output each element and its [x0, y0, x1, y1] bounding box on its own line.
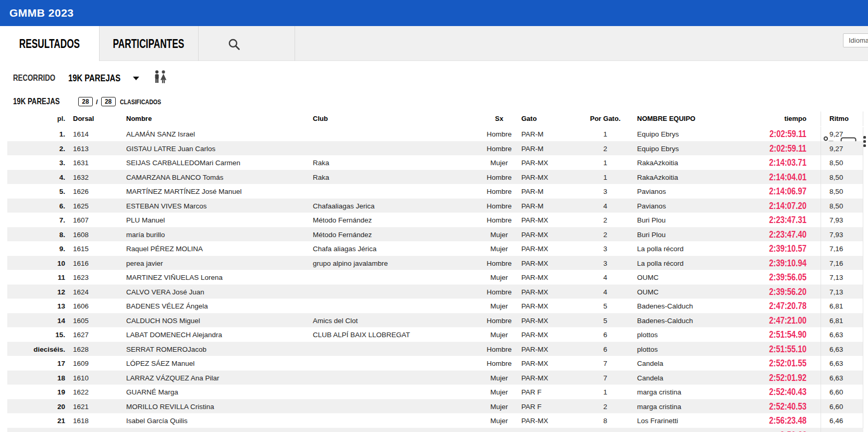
- cell-gato: PAR-MX: [521, 170, 573, 185]
- cell-sx: Mujer: [477, 414, 521, 428]
- tab-resultados[interactable]: RESULTADOS: [0, 26, 99, 61]
- cell-pl: 15.: [7, 328, 69, 342]
- caret-down-icon[interactable]: [133, 77, 139, 80]
- time-value: 2:52:01.55: [769, 356, 806, 371]
- app-title: GMMB 2023: [9, 7, 74, 19]
- cell-equipo: RakaAzkoitia: [637, 156, 725, 170]
- cell-club: CLUB ALPÍ BAIX LLOBREGAT: [313, 328, 477, 342]
- table-row[interactable]: 111623MARTINEZ VIÑUELAS LorenaMujerPAR-M…: [7, 270, 863, 285]
- table-row[interactable]: 9.1615Raquel PÉREZ MOLINAChafa aliagas J…: [7, 241, 863, 256]
- time-value: 2:02:59.11: [769, 141, 806, 156]
- cell-por_gato: 5: [573, 314, 637, 328]
- search-button[interactable]: [226, 36, 242, 52]
- table-row[interactable]: 181610LARRAZ VÁZQUEZ Ana PilarMujerPAR-M…: [7, 371, 863, 385]
- app-header: GMMB 2023: [0, 0, 868, 26]
- table-row[interactable]: 2.1613GISTAU LATRE Juan CarlosHombrePAR-…: [7, 141, 863, 156]
- cell-tiempo: 2:52:01.55: [725, 356, 821, 372]
- table-row[interactable]: 121624CALVO VERA José JuanHombrePAR-MX4O…: [7, 285, 863, 299]
- cell-por_gato: 3: [573, 256, 637, 271]
- cell-nombre: MORILLO REVILLA Cristina: [126, 400, 313, 414]
- tab-participantes[interactable]: PARTICIPANTES: [99, 26, 198, 61]
- table-row[interactable]: 4.1632CAMARZANA BLANCO TomásRakaHombrePA…: [7, 170, 863, 184]
- time-value: 2:52:40.53: [769, 399, 806, 414]
- cell-nombre: MARTÍNEZ MARTÍNEZ José Manuel: [126, 184, 313, 199]
- cell-nombre: GUARNÉ Marga: [126, 385, 313, 400]
- cell-ritmo: 7,93: [821, 213, 863, 228]
- course-name: 19K PAREJAS: [13, 96, 60, 107]
- recorrido-value[interactable]: 19K PAREJAS: [68, 72, 120, 84]
- more-options-button[interactable]: [863, 136, 867, 149]
- cell-nombre: BADENES VÉLEZ Ángela: [126, 299, 313, 314]
- cell-dorsal: 1631: [69, 156, 126, 170]
- cell-sx: Mujer: [477, 228, 521, 242]
- column-header-nombre: Nombre: [126, 112, 313, 126]
- table-row[interactable]: 131606BADENES VÉLEZ ÁngelaMujerPAR-MX5Ba…: [7, 299, 863, 313]
- cell-por_gato: 6: [573, 328, 637, 342]
- table-row[interactable]: 201621MORILLO REVILLA CristinaMujerPAR F…: [7, 399, 863, 414]
- tab-bar: RESULTADOS PARTICIPANTES: [0, 26, 868, 61]
- search-icon: [226, 36, 242, 52]
- cell-pl: 2.: [7, 142, 69, 156]
- cell-pl: 22: [7, 428, 69, 432]
- cell-gato: PAR-MX: [521, 328, 573, 342]
- cell-tiempo: 2:02:59.11: [725, 127, 821, 142]
- cell-equipo: La polla récord: [637, 242, 725, 256]
- cell-sx: Hombre: [477, 127, 521, 142]
- cell-ritmo: 7,16: [821, 256, 863, 271]
- cell-tiempo: 2:14:03.71: [725, 155, 821, 171]
- cell-club: Chafaaliagas Jerica: [313, 199, 477, 214]
- table-row[interactable]: 7.1607PLU ManuelMétodo FernándezHombrePA…: [7, 213, 863, 227]
- table-row[interactable]: 1.1614ALAMÁN SANZ IsraelHombrePAR-M1Equi…: [7, 127, 863, 141]
- cell-gato: PAR-M: [521, 142, 573, 156]
- cell-club: Chafa aliagas Jérica: [313, 242, 477, 256]
- cell-pl: 7.: [7, 213, 69, 228]
- cell-sx: Mujer: [477, 328, 521, 342]
- cell-gato: PAR-MX: [521, 228, 573, 242]
- table-row[interactable]: 8.1608maría burilloMétodo FernándezMujer…: [7, 227, 863, 242]
- table-row[interactable]: 3.1631SEIJAS CARBALLEDOMari CarmenRakaMu…: [7, 155, 863, 170]
- tab-divider: [198, 26, 199, 61]
- recorrido-selector[interactable]: RECORRIDO 19K PAREJAS: [13, 68, 168, 89]
- cell-ritmo: 7,16: [821, 242, 863, 256]
- cell-dorsal: 1626: [69, 184, 126, 199]
- cell-gato: PAR-MX: [521, 414, 573, 428]
- time-value: 2:39:56.20: [769, 285, 806, 299]
- column-header-ritmo: Ritmo: [821, 112, 863, 126]
- cell-dorsal: 1617: [69, 428, 126, 432]
- cell-ritmo: 9,27: [821, 142, 863, 156]
- cell-ritmo: 6,81: [821, 314, 863, 328]
- cell-tiempo: 2:52:40.53: [725, 399, 821, 415]
- table-row[interactable]: 15.1627LABAT DOMENECH AlejandraCLUB ALPÍ…: [7, 327, 863, 342]
- cell-equipo: marga cristina: [637, 400, 725, 414]
- cell-tiempo: 2:14:04.01: [725, 170, 821, 186]
- table-row[interactable]: 191622GUARNÉ MargaMujerPAR F1marga crist…: [7, 385, 863, 399]
- pairs-filter-button[interactable]: [153, 70, 168, 87]
- column-header-tiempo: tiempo: [725, 112, 821, 126]
- cell-club: Raka: [313, 170, 477, 185]
- cell-ritmo: 6,63: [821, 342, 863, 357]
- cell-pl: 14: [7, 314, 69, 328]
- cell-equipo: Candela: [637, 356, 725, 371]
- cell-sx: Mujer: [477, 385, 521, 400]
- table-row[interactable]: 2216172:56:23: [7, 428, 863, 432]
- cell-sx: Mujer: [477, 270, 521, 285]
- table-row[interactable]: 171609LÓPEZ SÁEZ ManuelHombrePAR-MX7Cand…: [7, 356, 863, 371]
- cell-gato: PAR-M: [521, 199, 573, 214]
- cell-gato: PAR-MX: [521, 242, 573, 256]
- table-row[interactable]: 101616perea javiergrupo alpino javalambr…: [7, 256, 863, 270]
- table-row[interactable]: 5.1626MARTÍNEZ MARTÍNEZ José ManuelHombr…: [7, 184, 863, 199]
- cell-equipo: Pavianos: [637, 184, 725, 199]
- column-header-equipo: NOMBRE EQUIPO: [637, 112, 725, 126]
- cell-sx: Hombre: [477, 184, 521, 199]
- cell-por_gato: 1: [573, 170, 637, 185]
- time-value: 2:39:10.57: [769, 241, 806, 256]
- table-row[interactable]: 141605CALDUCH NOS MiguelAmics del ClotHo…: [7, 313, 863, 328]
- cell-dorsal: 1627: [69, 328, 126, 342]
- table-row[interactable]: 6.1625ESTEBAN VIVES MarcosChafaaliagas J…: [7, 199, 863, 213]
- table-row[interactable]: dieciséis.1628SERRAT ROMEROJacobHombrePA…: [7, 342, 863, 356]
- cell-tiempo: 2:39:10.94: [725, 256, 821, 271]
- cell-tiempo: 2:56:23: [725, 428, 821, 432]
- language-button[interactable]: Idioma: [843, 33, 868, 47]
- cell-por_gato: 4: [573, 270, 637, 285]
- table-row[interactable]: 211618Isabel García QuilisMujerPAR-MX8Lo…: [7, 413, 863, 428]
